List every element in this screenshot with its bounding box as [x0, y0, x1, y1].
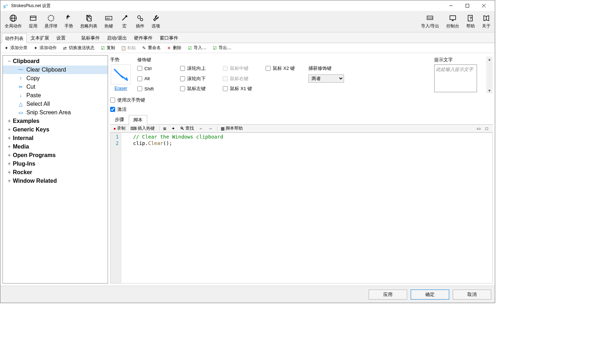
- ribbon-global-actions[interactable]: 全局动作: [1, 11, 25, 32]
- close-button[interactable]: [476, 0, 492, 11]
- action-toolbar: ✦添加分类 ✦添加动作 ⇄切换激活状态 ☑复制 📋粘贴 ✎重命名 ✕删除 ☑导入…: [0, 43, 495, 53]
- toggle-icon: ⇄: [62, 46, 67, 51]
- tree-category[interactable]: +Media: [3, 142, 108, 151]
- item-label: Cut: [26, 84, 35, 90]
- ribbon-console[interactable]: 控制台: [443, 11, 463, 32]
- restore-button[interactable]: ▭: [475, 126, 482, 131]
- ctrl-checkbox[interactable]: Ctrl: [137, 66, 176, 71]
- delete-button[interactable]: ✕删除: [164, 44, 184, 52]
- tree-category[interactable]: +Internal: [3, 134, 108, 142]
- svg-point-9: [48, 15, 54, 21]
- hint-textarea[interactable]: [434, 64, 477, 92]
- tree-category[interactable]: +Generic Keys: [3, 125, 108, 134]
- rename-button[interactable]: ✎重命名: [139, 44, 163, 52]
- mouse-x2-checkbox[interactable]: 鼠标 X2 键: [266, 65, 305, 72]
- sub-tabs: 动作列表文本扩展设置鼠标事件启动/退出硬件事件窗口事件: [0, 32, 495, 43]
- mouse-middle-checkbox: 鼠标中键: [223, 65, 262, 72]
- tree-item[interactable]: ↓Paste: [3, 91, 108, 100]
- import-button[interactable]: ☑导入…: [185, 44, 209, 52]
- indent-icon: ≣: [163, 126, 166, 131]
- tree-category[interactable]: −Clipboard: [3, 57, 108, 66]
- gesture-preview[interactable]: [111, 64, 131, 84]
- cancel-button[interactable]: 取消: [453, 290, 491, 300]
- copy-button[interactable]: ☑复制: [98, 44, 117, 52]
- paste-button[interactable]: 📋粘贴: [119, 44, 138, 52]
- sub-tab-5[interactable]: 硬件事件: [131, 33, 156, 43]
- minimize-button[interactable]: [443, 0, 459, 11]
- gesture-label: 手势: [110, 57, 119, 63]
- scroll-down-icon[interactable]: ▼: [488, 89, 491, 93]
- capture-select[interactable]: 两者: [308, 74, 344, 83]
- insert-hotkey-button[interactable]: ⌨插入热键: [129, 125, 157, 131]
- tree-category[interactable]: +Window Related: [3, 177, 108, 185]
- ribbon-plugins[interactable]: 插件: [132, 11, 148, 32]
- use-secondary-checkbox[interactable]: 使用次手势键: [110, 97, 145, 103]
- shift-checkbox[interactable]: Shift: [137, 86, 176, 92]
- category-label: Generic Keys: [13, 126, 49, 133]
- find-button[interactable]: 🔍︎查找: [178, 125, 196, 131]
- next-button[interactable]: →: [206, 126, 214, 131]
- sub-tab-1[interactable]: 文本扩展: [27, 33, 52, 43]
- window-icon: [29, 14, 37, 22]
- sub-tab-6[interactable]: 窗口事件: [157, 33, 181, 43]
- mouse-x1-checkbox[interactable]: 鼠标 X1 键: [223, 85, 262, 92]
- category-tree[interactable]: −Clipboard〰Clear Clipboard↑Copy✂Cut↓Past…: [2, 55, 108, 284]
- ribbon-help[interactable]: ?帮助: [463, 11, 478, 32]
- tree-item[interactable]: ✂Cut: [3, 83, 108, 91]
- ribbon-ignore-list[interactable]: 忽略列表: [77, 11, 101, 32]
- plus-icon: +: [6, 152, 13, 158]
- prev-button[interactable]: ←: [197, 126, 205, 131]
- gesture-name-link[interactable]: Eraser: [114, 86, 127, 91]
- code-content[interactable]: // Clear the Windows clipboard clip.Clea…: [121, 133, 492, 283]
- tree-item[interactable]: △Select All: [3, 100, 108, 108]
- ribbon-options[interactable]: 选项: [148, 11, 164, 32]
- tree-category[interactable]: +Plug-Ins: [3, 160, 108, 168]
- tree-item[interactable]: 〰Clear Clipboard: [3, 66, 108, 74]
- sub-tab-4[interactable]: 启动/退出: [104, 33, 130, 43]
- book-icon: ▦: [221, 126, 225, 131]
- tree-item[interactable]: ↑Copy: [3, 74, 108, 83]
- detail-scrollbar[interactable]: ▲ ▼: [486, 57, 493, 93]
- ribbon-macros[interactable]: 宏: [117, 11, 132, 32]
- mouse-left-checkbox[interactable]: 鼠标左键: [180, 85, 219, 92]
- tree-category[interactable]: +Examples: [3, 117, 108, 125]
- toggle-active-button[interactable]: ⇄切换激活状态: [60, 44, 97, 52]
- maximize-button[interactable]: [459, 0, 476, 11]
- code-editor[interactable]: 12 // Clear the Windows clipboard clip.C…: [110, 132, 493, 284]
- sub-tab-3[interactable]: 鼠标事件: [78, 33, 103, 43]
- export-button[interactable]: ☑导出…: [210, 44, 234, 52]
- wheel-down-checkbox[interactable]: 滚轮向下: [180, 76, 219, 82]
- svg-point-18: [140, 19, 143, 21]
- scroll-up-icon[interactable]: ▲: [488, 57, 491, 61]
- script-tab-1[interactable]: 脚本: [129, 115, 147, 125]
- script-help-button[interactable]: ▦脚本帮助: [219, 125, 245, 131]
- alt-checkbox[interactable]: Alt: [137, 76, 176, 81]
- maximize-editor-button[interactable]: □: [484, 126, 490, 131]
- ribbon-applications[interactable]: 应用: [25, 11, 41, 32]
- add-category-button[interactable]: ✦添加分类: [2, 44, 30, 52]
- gears-icon: [136, 14, 144, 22]
- tree-category[interactable]: +Rocker: [3, 168, 108, 177]
- ribbon-floater[interactable]: 悬浮球: [41, 11, 61, 32]
- active-checkbox[interactable]: 激活: [110, 106, 127, 113]
- ribbon-about[interactable]: 关于: [478, 11, 494, 32]
- ribbon-import-export[interactable]: 0101导入/导出: [417, 11, 443, 32]
- tree-item[interactable]: ▭Snip Screen Area: [3, 108, 108, 117]
- script-toolbar: ●录制 ⌨插入热键 ≣ ✦ 🔍︎查找 ← → ▦脚本帮助 ▭ □: [110, 125, 493, 132]
- sub-tab-0[interactable]: 动作列表: [2, 33, 27, 43]
- record-button[interactable]: ●录制: [112, 125, 127, 131]
- sub-tab-2[interactable]: 设置: [53, 33, 69, 43]
- wheel-up-checkbox[interactable]: 滚轮向上: [180, 65, 219, 72]
- line-gutter: 12: [111, 133, 121, 283]
- add-action-button[interactable]: ✦添加动作: [31, 44, 59, 52]
- script-tab-0[interactable]: 步骤: [110, 115, 129, 124]
- svg-text:0101: 0101: [428, 17, 434, 19]
- apply-button[interactable]: 应用: [369, 290, 407, 300]
- tree-category[interactable]: +Open Programs: [3, 151, 108, 160]
- ok-button[interactable]: 确定: [411, 290, 449, 300]
- ribbon-gestures[interactable]: 手势: [61, 11, 77, 32]
- indent-button[interactable]: ≣: [161, 126, 168, 131]
- plus-icon: ✦: [4, 46, 9, 51]
- ribbon-hotkeys[interactable]: abc热键: [101, 11, 117, 32]
- format-button[interactable]: ✦: [170, 126, 177, 131]
